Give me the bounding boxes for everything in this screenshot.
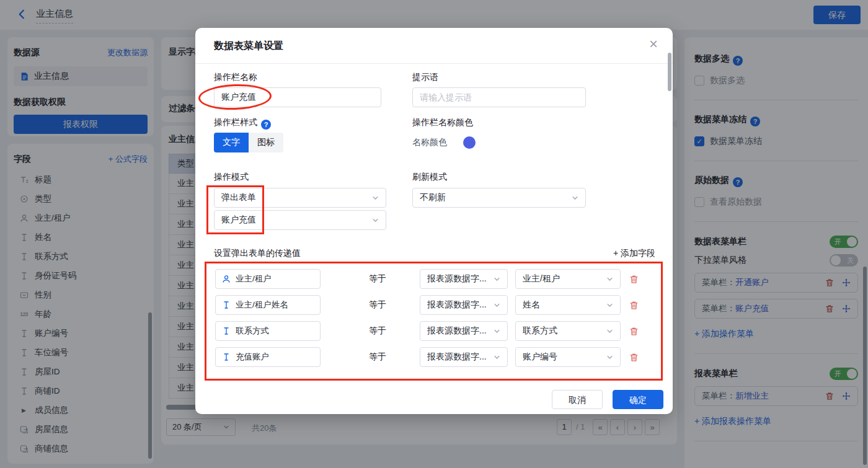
chevron-down-icon [572, 195, 578, 201]
source-field-select[interactable]: 账户编号 [515, 347, 621, 367]
tip-label: 提示语 [412, 72, 438, 83]
target-field-input[interactable]: 业主/租户姓名 [215, 295, 321, 315]
target-field-name: 充值账户 [236, 351, 269, 363]
chevron-down-icon [606, 328, 613, 335]
transfer-rows: 业主/租户等于报表源数据字...业主/租户业主/租户姓名等于报表源数据字...姓… [206, 262, 662, 380]
name-color-label: 操作栏名称颜色 [412, 117, 473, 128]
target-field-input[interactable]: 业主/租户 [215, 269, 321, 289]
action-mode-label: 操作模式 [214, 172, 249, 183]
target-field-name: 联系方式 [236, 325, 269, 337]
chevron-down-icon [494, 328, 500, 335]
source-type-select[interactable]: 报表源数据字... [420, 321, 508, 341]
action-style-label: 操作栏样式? [214, 117, 271, 130]
target-field-input[interactable]: 联系方式 [215, 321, 321, 341]
transfer-row: 充值账户等于报表源数据字...账户编号 [206, 347, 662, 367]
chevron-down-icon [494, 302, 500, 309]
help-icon[interactable]: ? [261, 120, 271, 130]
action-name-label: 操作栏名称 [214, 72, 257, 83]
chevron-down-icon [494, 276, 500, 283]
refresh-mode-label: 刷新模式 [412, 172, 447, 183]
operator-label: 等于 [359, 299, 396, 311]
delete-row-icon[interactable] [629, 301, 639, 310]
add-field-link[interactable]: + 添加字段 [613, 248, 655, 259]
tip-input[interactable] [412, 87, 586, 107]
transfer-row: 业主/租户等于报表源数据字...业主/租户 [206, 269, 662, 289]
style-tab-text[interactable]: 文字 [214, 133, 249, 152]
chevron-down-icon [606, 302, 613, 309]
target-field-input[interactable]: 充值账户 [215, 347, 321, 367]
name-color-swatch[interactable] [463, 136, 476, 149]
dialog-title: 数据表菜单设置 [214, 40, 283, 53]
chevron-down-icon [372, 195, 379, 201]
operator-label: 等于 [359, 325, 396, 337]
text-icon [222, 353, 231, 361]
source-type-select[interactable]: 报表源数据字... [420, 269, 508, 289]
operator-label: 等于 [359, 351, 396, 363]
refresh-mode-select[interactable]: 不刷新 [412, 188, 586, 208]
chevron-down-icon [494, 354, 500, 361]
cancel-button[interactable]: 取消 [552, 390, 603, 409]
chevron-down-icon [606, 354, 613, 361]
source-field-select[interactable]: 姓名 [515, 295, 621, 315]
delete-row-icon[interactable] [629, 275, 639, 284]
action-mode-select[interactable]: 弹出表单 [214, 188, 386, 208]
action-name-input[interactable] [214, 87, 381, 107]
target-field-name: 业主/租户姓名 [236, 299, 288, 311]
text-icon [222, 327, 231, 335]
chevron-down-icon [372, 217, 379, 224]
person-icon [222, 275, 231, 283]
text-icon [222, 301, 231, 309]
source-type-select[interactable]: 报表源数据字... [420, 347, 508, 367]
delete-row-icon[interactable] [629, 353, 639, 362]
table-menu-settings-dialog: 数据表菜单设置 × 操作栏名称 提示语 操作栏样式? 文字 图标 操作栏名称颜色… [195, 28, 673, 414]
source-type-select[interactable]: 报表源数据字... [420, 295, 508, 315]
confirm-button[interactable]: 确定 [613, 390, 663, 409]
chevron-down-icon [606, 276, 613, 283]
close-icon[interactable]: × [649, 37, 658, 51]
source-field-select[interactable]: 联系方式 [515, 321, 621, 341]
target-field-name: 业主/租户 [236, 273, 272, 285]
dialog-scrollbar[interactable] [668, 53, 671, 91]
delete-row-icon[interactable] [629, 327, 639, 336]
transfer-row: 业主/租户姓名等于报表源数据字...姓名 [206, 295, 662, 315]
color-name-label: 名称颜色 [412, 137, 447, 148]
style-tab-icon[interactable]: 图标 [249, 133, 283, 152]
source-field-select[interactable]: 业主/租户 [515, 269, 621, 289]
action-style-segment: 文字 图标 [214, 133, 283, 152]
transfer-values-label: 设置弹出表单的传递值 [214, 248, 301, 259]
transfer-row: 联系方式等于报表源数据字...联系方式 [206, 321, 662, 341]
target-form-select[interactable]: 账户充值 [214, 210, 386, 230]
operator-label: 等于 [359, 273, 396, 285]
